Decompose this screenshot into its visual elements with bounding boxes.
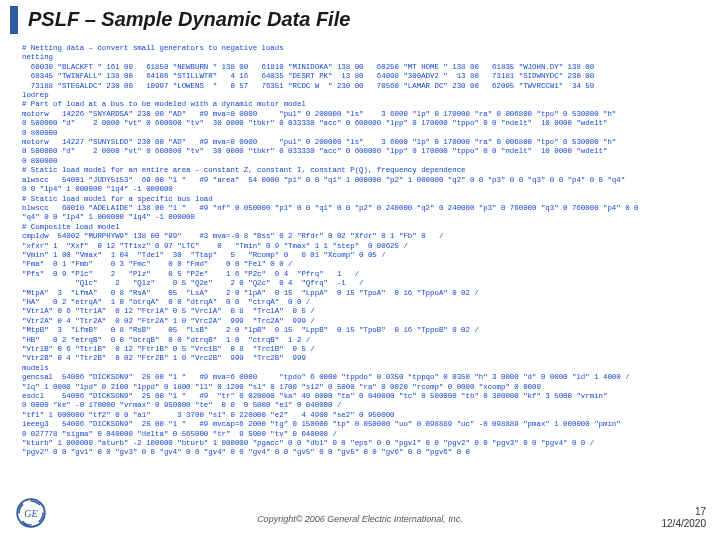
page-title: PSLF – Sample Dynamic Data File <box>28 8 350 31</box>
copyright-text: Copyright© 2006 General Electric Interna… <box>0 514 720 524</box>
footer: GE Copyright© 2006 General Electric Inte… <box>0 508 720 534</box>
ge-logo-icon: GE <box>16 498 46 528</box>
page-number: 17 <box>662 506 707 518</box>
title-bar: PSLF – Sample Dynamic Data File <box>10 0 720 38</box>
page-date: 12/4/2020 <box>662 518 707 530</box>
code-block: # Netting data – convert small generator… <box>22 44 702 500</box>
slide: PSLF – Sample Dynamic Data File # Nettin… <box>0 0 720 540</box>
title-stripe <box>10 6 18 34</box>
page-info: 17 12/4/2020 <box>662 506 707 530</box>
svg-text:GE: GE <box>24 508 38 519</box>
